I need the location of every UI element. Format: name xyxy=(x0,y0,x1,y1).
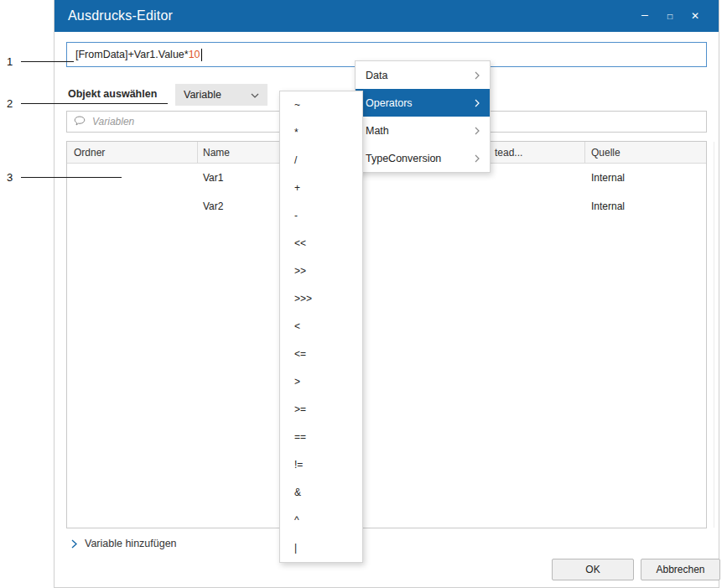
operator-item[interactable]: != xyxy=(280,451,362,479)
menu-item-math[interactable]: Math xyxy=(356,117,490,144)
operator-item[interactable]: > xyxy=(280,368,362,396)
cell-name: Var1 xyxy=(203,164,223,192)
annotation-line xyxy=(21,61,74,62)
chevron-right-icon xyxy=(475,71,480,80)
column-separator xyxy=(584,142,585,164)
object-select-label: Objekt auswählen xyxy=(68,88,157,100)
cell-quelle: Internal xyxy=(591,164,625,192)
ok-button[interactable]: OK xyxy=(552,559,634,580)
context-menu: Data Operators Math TypeConversion xyxy=(355,60,491,173)
chevron-right-icon xyxy=(475,99,480,107)
annotation-line xyxy=(21,103,168,104)
menu-item-typeconversion[interactable]: TypeConversion xyxy=(356,144,490,172)
operator-item[interactable]: - xyxy=(280,202,362,230)
text-cursor xyxy=(201,49,202,61)
cancel-button[interactable]: Abbrechen xyxy=(641,559,720,580)
maximize-button[interactable]: □ xyxy=(660,7,680,25)
operator-item[interactable]: ^ xyxy=(280,507,362,534)
operators-submenu: ~ * / + - << >> >>> < <= > >= == != & ^ … xyxy=(279,91,363,563)
add-variable-label: Variable hinzufügen xyxy=(85,538,177,549)
column-header-truncated[interactable]: tead... xyxy=(495,142,522,164)
scrollbar-track-line xyxy=(714,142,714,528)
annotation-number: 1 xyxy=(7,55,13,68)
dropdown-value: Variable xyxy=(184,89,221,101)
column-header-ordner[interactable]: Ordner xyxy=(74,142,105,164)
operator-item[interactable]: >>> xyxy=(280,285,362,313)
chevron-right-icon xyxy=(475,154,480,163)
annotation-line xyxy=(21,177,122,178)
operator-item[interactable]: >= xyxy=(280,396,362,424)
chevron-down-icon xyxy=(251,89,259,101)
column-header-quelle[interactable]: Quelle xyxy=(591,142,621,164)
variables-table: Ordner Name tead... Quelle Var1 Internal… xyxy=(66,141,707,528)
column-header-name[interactable]: Name xyxy=(203,142,230,164)
expression-number-literal: 10 xyxy=(189,49,200,60)
operator-item[interactable]: < xyxy=(280,313,362,341)
menu-item-operators[interactable]: Operators xyxy=(356,89,490,117)
annotation-number: 3 xyxy=(7,171,13,184)
title-bar: Ausdrucks-Editor – □ ✕ xyxy=(55,0,719,32)
menu-item-label: Math xyxy=(366,125,389,137)
filter-icon xyxy=(74,115,86,129)
cell-quelle: Internal xyxy=(591,192,625,221)
menu-item-data[interactable]: Data xyxy=(356,61,490,89)
operator-item[interactable]: == xyxy=(280,424,362,451)
close-button[interactable]: ✕ xyxy=(685,7,705,25)
operator-item[interactable]: >> xyxy=(280,258,362,285)
add-variable-link[interactable]: Variable hinzufügen xyxy=(71,538,177,549)
operator-item[interactable]: << xyxy=(280,230,362,258)
minimize-button[interactable]: – xyxy=(635,7,655,25)
operator-item[interactable]: ~ xyxy=(280,91,362,119)
column-separator xyxy=(197,142,198,164)
chevron-right-icon xyxy=(71,539,77,549)
operator-item[interactable]: <= xyxy=(280,341,362,368)
operator-item[interactable]: & xyxy=(280,479,362,507)
window-controls: – □ ✕ xyxy=(635,7,705,25)
chevron-right-icon xyxy=(475,127,480,135)
operator-item[interactable]: + xyxy=(280,174,362,202)
expression-code: [FromData]+Var1.Value* xyxy=(75,49,189,60)
cell-name: Var2 xyxy=(203,192,223,221)
menu-item-label: TypeConversion xyxy=(366,153,441,164)
table-row[interactable]: Var2 Internal xyxy=(67,192,706,221)
annotation-number: 2 xyxy=(7,97,13,110)
operator-item[interactable]: * xyxy=(280,119,362,147)
menu-item-label: Operators xyxy=(366,97,413,109)
operator-item[interactable]: / xyxy=(280,147,362,174)
dialog-title: Ausdrucks-Editor xyxy=(68,8,635,23)
operator-item[interactable]: | xyxy=(280,534,362,562)
object-type-dropdown[interactable]: Variable xyxy=(175,84,267,106)
menu-item-label: Data xyxy=(366,70,387,81)
